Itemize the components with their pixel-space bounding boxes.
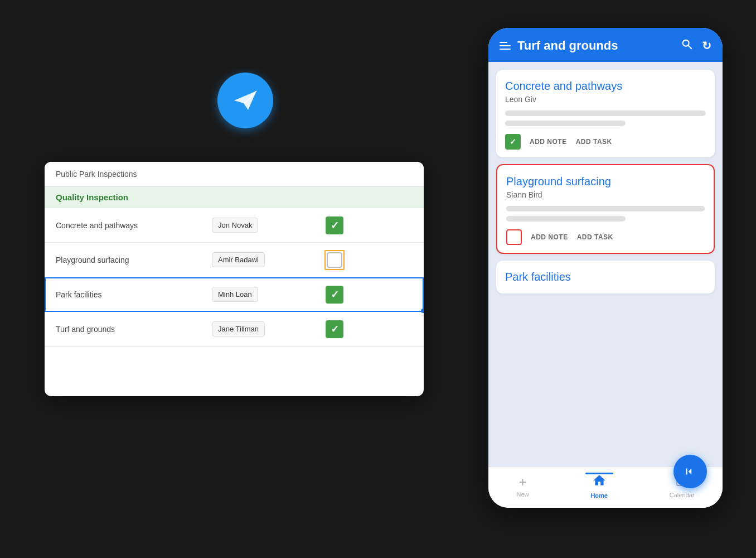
task-card-title: Concrete and pathways bbox=[505, 80, 706, 93]
row-name-playground: Playground surfacing bbox=[45, 256, 212, 264]
table-row[interactable]: Playground surfacing Amir Badawi bbox=[45, 243, 424, 277]
task-card-playground[interactable]: Playground surfacing Siann Bird ADD NOTE… bbox=[496, 164, 715, 254]
row-name-concrete: Concrete and pathways bbox=[45, 221, 212, 230]
row-name-turf: Turf and grounds bbox=[45, 325, 212, 334]
task-checkbox-green[interactable] bbox=[505, 134, 521, 150]
refresh-icon[interactable]: ↻ bbox=[702, 39, 711, 52]
spreadsheet-section-header: Quality Inspection bbox=[45, 187, 424, 208]
nav-label-home: Home bbox=[590, 492, 608, 499]
row-person-turf: Jane Tillman bbox=[212, 321, 301, 336]
plus-icon: + bbox=[519, 474, 527, 490]
row-person-park: Minh Loan bbox=[212, 287, 301, 302]
search-icon[interactable] bbox=[681, 38, 693, 53]
task-card-actions: ADD NOTE ADD TASK bbox=[505, 134, 706, 150]
nav-label-calendar: Calendar bbox=[670, 492, 695, 498]
svg-rect-6 bbox=[686, 469, 687, 475]
nav-item-new[interactable]: + New bbox=[517, 474, 529, 498]
nav-label-new: New bbox=[517, 491, 529, 498]
task-card-line bbox=[505, 121, 626, 126]
task-card-lines bbox=[505, 110, 706, 126]
home-icon bbox=[592, 473, 607, 491]
task-card-subtitle: Leon Giv bbox=[505, 95, 706, 104]
row-check-concrete[interactable] bbox=[301, 217, 368, 234]
phone-content-area: Concrete and pathways Leon Giv ADD NOTE … bbox=[488, 62, 723, 466]
row-check-playground[interactable] bbox=[301, 250, 368, 270]
row-person-playground: Amir Badawi bbox=[212, 252, 301, 267]
table-row[interactable]: Concrete and pathways Jon Novak bbox=[45, 208, 424, 243]
task-card-line bbox=[506, 216, 626, 222]
svg-line-1 bbox=[689, 46, 692, 49]
table-row[interactable]: Turf and grounds Jane Tillman bbox=[45, 312, 424, 347]
add-task-button[interactable]: ADD TASK bbox=[577, 233, 613, 241]
phone-header-actions: ↻ bbox=[681, 38, 711, 53]
row-check-park[interactable] bbox=[301, 286, 368, 304]
table-row[interactable]: Park facilities Minh Loan bbox=[45, 277, 424, 312]
checkbox-checked[interactable] bbox=[326, 286, 343, 304]
task-card-title: Park facilities bbox=[505, 271, 706, 283]
checkbox-yellow-outline[interactable] bbox=[324, 250, 345, 270]
phone-header: Turf and grounds ↻ bbox=[488, 28, 723, 62]
nav-item-home[interactable]: Home bbox=[585, 473, 613, 499]
task-card-subtitle: Siann Bird bbox=[506, 190, 705, 199]
spreadsheet-title: Public Park Inspections bbox=[45, 162, 424, 187]
spreadsheet-card: Public Park Inspections Quality Inspecti… bbox=[45, 162, 424, 396]
task-checkbox-red[interactable] bbox=[506, 229, 522, 245]
task-card-actions: ADD NOTE ADD TASK bbox=[506, 229, 705, 245]
task-card-concrete[interactable]: Concrete and pathways Leon Giv ADD NOTE … bbox=[496, 70, 715, 157]
checkbox-checked[interactable] bbox=[326, 217, 343, 234]
task-card-title: Playground surfacing bbox=[506, 175, 705, 188]
task-card-line bbox=[506, 206, 705, 211]
row-check-turf[interactable] bbox=[301, 320, 368, 338]
task-card-line bbox=[505, 110, 706, 116]
add-note-button[interactable]: ADD NOTE bbox=[531, 233, 568, 241]
task-card-park[interactable]: Park facilities bbox=[496, 261, 715, 294]
task-card-lines bbox=[506, 206, 705, 222]
row-person-concrete: Jon Novak bbox=[212, 218, 301, 233]
row-name-park: Park facilities bbox=[45, 290, 212, 299]
phone-header-title: Turf and grounds bbox=[517, 39, 674, 53]
add-note-button[interactable]: ADD NOTE bbox=[530, 138, 567, 146]
add-task-button[interactable]: ADD TASK bbox=[576, 138, 612, 146]
fab-action-button[interactable] bbox=[673, 455, 707, 488]
svg-point-0 bbox=[683, 40, 689, 46]
checkbox-checked[interactable] bbox=[326, 320, 343, 338]
paper-plane-icon bbox=[217, 73, 273, 128]
hamburger-menu-icon[interactable] bbox=[500, 42, 511, 50]
phone-device: Turf and grounds ↻ Concrete and pathways… bbox=[488, 28, 723, 508]
